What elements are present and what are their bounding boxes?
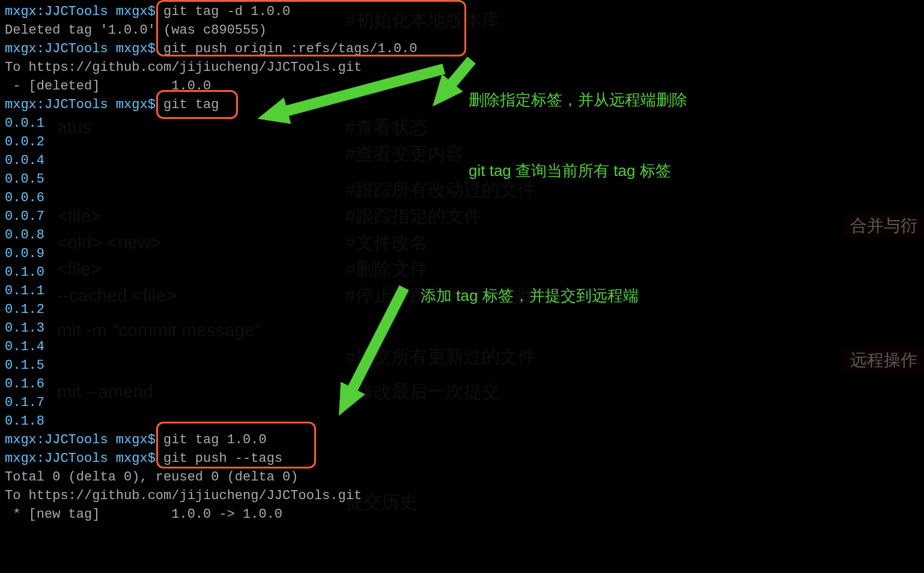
terminal-output[interactable]: mxgx:JJCTools mxgx$ git tag -d 1.0.0Dele… [5,2,418,524]
terminal-line: 0.0.5 [5,170,418,189]
terminal-line: 0.1.3 [5,319,418,338]
annotation-list-tag: git tag 查询当前所有 tag 标签 [469,161,671,181]
terminal-line: mxgx:JJCTools mxgx$ git tag [5,96,418,114]
terminal-line: 0.0.4 [5,151,418,170]
terminal-line: 0.0.9 [5,244,418,263]
terminal-line: Total 0 (delta 0), reused 0 (delta 0) [5,468,418,487]
ghost-badge-remote: 远程操作 [844,348,923,372]
terminal-line: mxgx:JJCTools mxgx$ git push --tags [5,449,418,468]
terminal-line: 0.1.4 [5,338,418,356]
terminal-line: 0.0.8 [5,226,418,244]
terminal-line: 0.0.2 [5,133,418,151]
terminal-line: 0.0.7 [5,207,418,226]
terminal-line: - [deleted] 1.0.0 [5,77,418,96]
svg-line-0 [451,60,472,85]
terminal-line: 0.1.2 [5,300,418,319]
terminal-line: Deleted tag '1.0.0' (was c890555) [5,21,418,40]
terminal-line: 0.1.5 [5,356,418,375]
terminal-line: mxgx:JJCTools mxgx$ git tag 1.0.0 [5,431,418,449]
terminal-line: 0.1.7 [5,393,418,412]
terminal-line: To https://github.com/jijiucheng/JJCTool… [5,58,418,77]
terminal-line: * [new tag] 1.0.0 -> 1.0.0 [5,505,418,524]
terminal-line: mxgx:JJCTools mxgx$ git tag -d 1.0.0 [5,2,418,21]
terminal-line: 0.1.6 [5,375,418,393]
terminal-line: 0.1.1 [5,282,418,300]
svg-marker-1 [423,74,463,115]
ghost-badge-merge: 合并与衍 [844,214,923,237]
terminal-line: To https://github.com/jijiucheng/JJCTool… [5,487,418,505]
terminal-line: 0.1.8 [5,412,418,431]
terminal-line: 0.0.6 [5,189,418,207]
terminal-line: 0.0.1 [5,114,418,133]
terminal-line: mxgx:JJCTools mxgx$ git push origin :ref… [5,40,418,58]
annotation-add-tag: 添加 tag 标签，并提交到远程端 [421,286,639,306]
annotation-delete-tag: 删除指定标签，并从远程端删除 [469,90,687,111]
terminal-line: 0.1.0 [5,263,418,282]
